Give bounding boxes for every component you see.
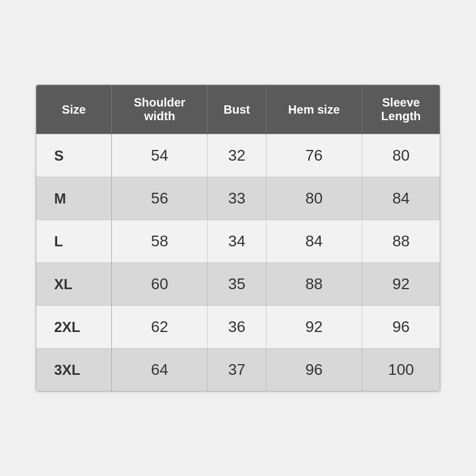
cell-shoulder_width-3: 60	[112, 263, 208, 306]
cell-shoulder_width-5: 64	[112, 349, 208, 392]
header-bust: Bust	[208, 85, 266, 134]
cell-bust-2: 34	[208, 220, 266, 263]
cell-shoulder_width-1: 56	[112, 177, 208, 220]
cell-size-0: S	[36, 134, 112, 177]
cell-sleeve_length-5: 100	[362, 349, 440, 392]
cell-hem_size-5: 96	[266, 349, 362, 392]
cell-bust-0: 32	[208, 134, 266, 177]
table-row: S54327680	[36, 134, 440, 177]
cell-size-4: 2XL	[36, 306, 112, 349]
table-row: 3XL643796100	[36, 349, 440, 392]
cell-hem_size-2: 84	[266, 220, 362, 263]
cell-sleeve_length-3: 92	[362, 263, 440, 306]
table-row: XL60358892	[36, 263, 440, 306]
header-size: Size	[36, 85, 112, 134]
cell-sleeve_length-1: 84	[362, 177, 440, 220]
cell-hem_size-3: 88	[266, 263, 362, 306]
table-row: L58348488	[36, 220, 440, 263]
cell-size-3: XL	[36, 263, 112, 306]
header-hem-size: Hem size	[266, 85, 362, 134]
table-header-row: Size Shoulderwidth Bust Hem size SleeveL…	[36, 85, 440, 134]
header-sleeve-length: SleeveLength	[362, 85, 440, 134]
size-chart-table: Size Shoulderwidth Bust Hem size SleeveL…	[36, 85, 440, 391]
cell-bust-1: 33	[208, 177, 266, 220]
cell-bust-5: 37	[208, 349, 266, 392]
cell-size-2: L	[36, 220, 112, 263]
size-chart-container: Size Shoulderwidth Bust Hem size SleeveL…	[36, 84, 440, 392]
cell-hem_size-0: 76	[266, 134, 362, 177]
table-row: M56338084	[36, 177, 440, 220]
cell-size-5: 3XL	[36, 349, 112, 392]
header-shoulder-width: Shoulderwidth	[112, 85, 208, 134]
cell-sleeve_length-0: 80	[362, 134, 440, 177]
table-row: 2XL62369296	[36, 306, 440, 349]
cell-size-1: M	[36, 177, 112, 220]
cell-bust-3: 35	[208, 263, 266, 306]
cell-hem_size-4: 92	[266, 306, 362, 349]
cell-hem_size-1: 80	[266, 177, 362, 220]
cell-shoulder_width-0: 54	[112, 134, 208, 177]
cell-shoulder_width-4: 62	[112, 306, 208, 349]
cell-sleeve_length-2: 88	[362, 220, 440, 263]
cell-shoulder_width-2: 58	[112, 220, 208, 263]
cell-sleeve_length-4: 96	[362, 306, 440, 349]
cell-bust-4: 36	[208, 306, 266, 349]
